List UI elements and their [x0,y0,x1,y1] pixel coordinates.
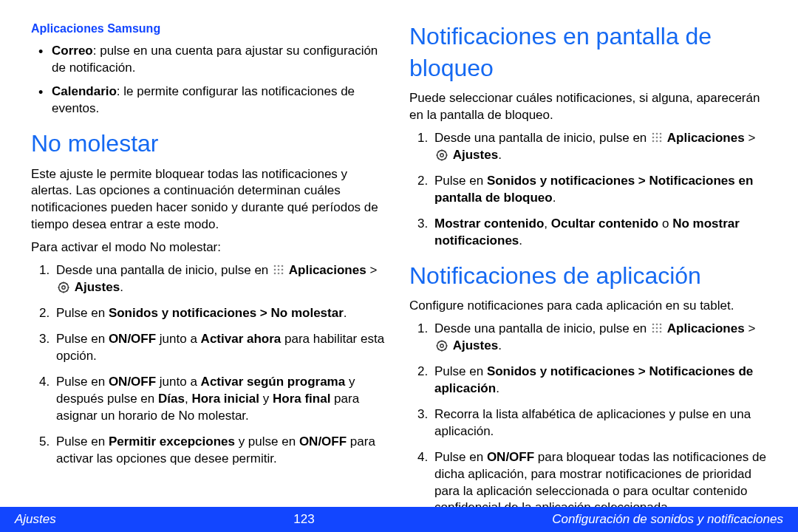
lock-s2-end: . [553,191,556,205]
bullet-calendario: Calendario: le permite configurar las no… [38,83,389,117]
bullet-list: Correo: pulse en una cuenta para ajustar… [38,43,389,118]
nm-step4-mid: junto a [156,375,201,389]
apps-grid-icon [273,265,284,275]
left-column: Aplicaciones Samsung Correo: pulse en un… [21,21,399,502]
lock-s3-c2: o [658,216,672,231]
lock-s3-b1: Mostrar contenido [434,216,544,231]
nm-step3-b2: Activar ahora [201,332,282,346]
bullet-correo-text: : pulse en una cuenta para ajustar su co… [52,44,378,75]
nm-step5-mid: y pulse en [235,434,299,449]
nm-step1-pre: Desde una pantalla de inicio, pulse en [56,263,272,277]
lock-s3-b2: Ocultar contenido [551,216,658,231]
nm-step-3: Pulse en ON/OFF junto a Activar ahora pa… [53,331,389,365]
lock-s3-c1: , [544,216,550,231]
app-step-2: Pulse en Sonidos y notificaciones > Noti… [432,364,767,398]
lock-step-1: Desde una pantalla de inicio, pulse en A… [432,130,767,164]
nm-step2-bold: Sonidos y notificaciones > No molestar [109,306,344,320]
nomolestar-intro: Este ajuste le permite bloquear todas la… [31,166,389,234]
subheader-samsung-apps: Aplicaciones Samsung [31,21,389,37]
nm-step4-pre: Pulse en [56,375,109,389]
nm-step2-pre: Pulse en [56,306,109,320]
apps-grid-icon [652,132,662,143]
lock-steps: Desde una pantalla de inicio, pulse en A… [417,130,767,250]
lock-s1-pre: Desde una pantalla de inicio, pulse en [434,131,650,145]
lock-s2-pre: Pulse en [434,174,487,188]
app-s1-ajustes: Ajustes [453,338,498,352]
nm-step-5: Pulse en Permitir excepciones y pulse en… [53,434,389,468]
nm-step3-b1: ON/OFF [109,332,156,346]
nomolestar-steps: Desde una pantalla de inicio, pulse en A… [38,262,389,467]
app-steps: Desde una pantalla de inicio, pulse en A… [417,321,767,516]
lock-s1-end: . [498,148,502,162]
app-s2-pre: Pulse en [434,364,487,378]
app-s1-end: . [498,338,502,352]
nm-step1-end: . [120,280,123,294]
lock-s1-gt: > [745,131,756,145]
two-column-layout: Aplicaciones Samsung Correo: pulse en un… [0,0,798,502]
footer-left: Ajustes [15,512,56,527]
footer-right: Configuración de sonidos y notificacione… [552,512,783,527]
app-s4-pre: Pulse en [434,450,487,464]
nm-step-4: Pulse en ON/OFF junto a Activar según pr… [53,374,389,425]
nm-step4-c1: , [185,392,191,406]
footer-page-number: 123 [56,512,552,527]
nm-step-2: Pulse en Sonidos y notificaciones > No m… [53,305,389,322]
lock-s1-ajustes: Ajustes [453,148,498,162]
nm-step3-pre: Pulse en [56,332,109,346]
app-s1-pre: Desde una pantalla de inicio, pulse en [434,321,650,335]
nm-step4-b2: Activar según programa [201,375,346,389]
app-s1-gt: > [745,321,756,335]
nm-step4-b5: Hora final [273,392,330,406]
heading-app-notifs: Notificaciones de aplicación [409,260,767,292]
app-s1-apps: Aplicaciones [667,321,745,335]
app-s4-b1: ON/OFF [487,450,534,464]
nm-step4-b3: Días [158,392,185,406]
nm-step4-b4: Hora inicial [191,392,259,406]
lock-s3-end: . [519,233,522,248]
app-intro: Configure notificaciones para cada aplic… [409,298,767,315]
nm-step2-end: . [344,306,347,320]
nm-step-1: Desde una pantalla de inicio, pulse en A… [53,262,389,296]
nm-step4-c2: y [259,392,273,406]
bullet-correo-bold: Correo [52,44,93,58]
right-column: Notificaciones en pantalla de bloqueo Pu… [399,21,777,502]
app-s2-end: . [496,381,499,395]
settings-gear-icon [436,149,448,161]
nm-step3-mid: junto a [156,332,201,346]
heading-lock-notifs: Notificaciones en pantalla de bloqueo [409,21,767,84]
document-page: Aplicaciones Samsung Correo: pulse en un… [0,0,798,532]
page-footer: Ajustes 123 Configuración de sonidos y n… [0,507,798,532]
nm-step4-b1: ON/OFF [109,375,156,389]
nm-step5-pre: Pulse en [56,434,109,449]
nm-step5-b1: Permitir excepciones [109,434,235,449]
lock-step-2: Pulse en Sonidos y notificaciones > Noti… [432,173,767,207]
nm-step1-apps: Aplicaciones [289,263,366,277]
lock-intro: Puede seleccionar cuáles notificaciones,… [409,90,767,124]
settings-gear-icon [58,282,69,293]
nomolestar-lead: Para activar el modo No molestar: [31,239,389,256]
settings-gear-icon [436,340,448,352]
bullet-calendario-bold: Calendario [52,84,117,98]
nm-step5-b2: ON/OFF [299,434,347,449]
nm-step1-ajustes: Ajustes [75,280,120,294]
bullet-correo: Correo: pulse en una cuenta para ajustar… [38,43,389,77]
heading-no-molestar: No molestar [31,128,389,160]
lock-step-3: Mostrar contenido, Ocultar contenido o N… [432,216,767,250]
lock-s1-apps: Aplicaciones [667,131,745,145]
nm-step1-gt: > [366,263,378,277]
app-step-1: Desde una pantalla de inicio, pulse en A… [432,321,767,355]
app-step-3: Recorra la lista alfabética de aplicacio… [432,406,767,440]
apps-grid-icon [652,323,662,333]
